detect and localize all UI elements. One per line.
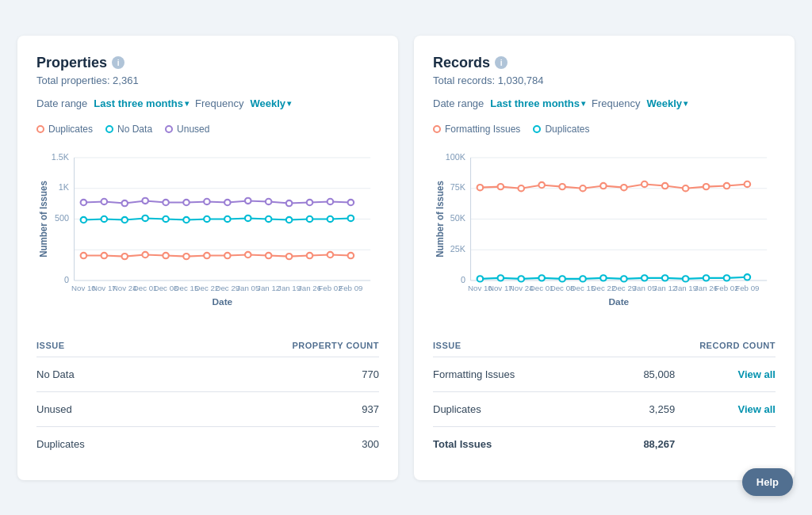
svg-point-120 (703, 275, 710, 280)
legend-dot-duplicates-rec (533, 125, 541, 133)
legend-duplicates-rec: Duplicates (533, 124, 589, 135)
svg-point-50 (286, 216, 293, 222)
svg-point-45 (183, 216, 190, 222)
properties-frequency-value[interactable]: Weekly (250, 97, 291, 109)
records-table-count-header: RECORD COUNT (607, 334, 776, 357)
legend-duplicates: Duplicates (36, 124, 93, 135)
svg-point-31 (183, 253, 190, 258)
svg-point-30 (163, 252, 169, 258)
svg-point-122 (745, 274, 751, 280)
svg-point-34 (245, 251, 251, 257)
records-legend: Formatting Issues Duplicates (433, 124, 776, 135)
properties-table-count-header: PROPERTY COUNT (159, 334, 379, 357)
svg-point-42 (121, 216, 128, 222)
legend-dot-duplicates (36, 125, 44, 133)
records-date-range-label: Date range (433, 97, 484, 109)
legend-label-nodata: No Data (117, 124, 152, 135)
issue-duplicates-count: 300 (159, 426, 379, 461)
records-info-icon[interactable]: i (495, 56, 508, 69)
svg-point-67 (348, 199, 354, 204)
svg-text:Jan 05: Jan 05 (633, 283, 656, 292)
properties-date-range-label: Date range (36, 97, 87, 109)
svg-point-119 (683, 276, 689, 281)
formatting-view-all-button[interactable]: View all (738, 368, 776, 380)
svg-point-121 (724, 275, 730, 280)
svg-point-27 (102, 252, 108, 258)
total-issues-count: 88,267 (607, 426, 675, 461)
legend-dot-unused (165, 125, 173, 133)
svg-text:100K: 100K (446, 151, 465, 161)
legend-unused: Unused (165, 124, 209, 135)
svg-point-35 (266, 252, 272, 258)
svg-point-114 (580, 276, 586, 281)
dashboard: Properties i Total properties: 2,361 Dat… (17, 36, 795, 480)
svg-point-55 (102, 198, 108, 204)
svg-point-58 (163, 199, 169, 204)
properties-card: Properties i Total properties: 2,361 Dat… (17, 36, 398, 480)
records-frequency-value[interactable]: Weekly (646, 97, 688, 109)
records-chart-svg: 100K 75K 50K 25K 0 Number of Issues Nov … (433, 141, 776, 315)
issue-duplicates-rec-label: Duplicates (433, 391, 607, 426)
table-row: Formatting Issues 85,008 View all (433, 357, 776, 391)
records-card: Records i Total records: 1,030,784 Date … (414, 36, 795, 480)
svg-point-66 (327, 198, 334, 204)
legend-label-formatting: Formatting Issues (445, 124, 520, 135)
svg-point-38 (327, 251, 334, 257)
legend-nodata: No Data (105, 124, 152, 135)
records-date-range-value[interactable]: Last three months (490, 97, 585, 109)
svg-point-115 (600, 275, 607, 280)
help-button[interactable]: Help (742, 468, 793, 496)
legend-label-duplicates-rec: Duplicates (545, 124, 589, 135)
svg-point-62 (245, 197, 251, 203)
svg-text:Jan 19: Jan 19 (674, 283, 697, 292)
svg-point-26 (81, 252, 87, 258)
svg-point-60 (204, 198, 210, 204)
svg-point-113 (559, 276, 565, 281)
svg-point-44 (163, 216, 169, 221)
properties-title: Properties i (36, 55, 379, 71)
table-row: No Data 770 (36, 357, 379, 391)
svg-text:Feb 09: Feb 09 (339, 283, 362, 292)
properties-table-issue-header: ISSUE (36, 334, 159, 357)
svg-point-110 (498, 275, 504, 280)
svg-point-59 (183, 199, 190, 204)
svg-text:Jan 19: Jan 19 (278, 283, 301, 292)
svg-point-39 (348, 252, 354, 258)
properties-frequency-label: Frequency (195, 97, 243, 109)
svg-point-53 (348, 215, 354, 220)
svg-text:Jan 12: Jan 12 (653, 283, 676, 292)
properties-chart-svg: 1.5K 1K 500 0 Number of Issues Nov 10 No… (36, 141, 379, 315)
svg-point-102 (621, 185, 627, 190)
records-title-text: Records (433, 55, 490, 71)
svg-point-112 (538, 275, 545, 280)
svg-text:Date: Date (212, 296, 232, 307)
properties-total: Total properties: 2,361 (36, 74, 379, 86)
svg-point-41 (102, 216, 108, 221)
svg-point-96 (498, 183, 504, 189)
duplicates-view-all-button[interactable]: View all (738, 403, 776, 415)
records-chart: 100K 75K 50K 25K 0 Number of Issues Nov … (433, 141, 776, 315)
properties-legend: Duplicates No Data Unused (36, 124, 379, 135)
svg-point-37 (307, 252, 313, 258)
svg-point-40 (81, 216, 87, 222)
svg-point-48 (245, 215, 251, 220)
properties-info-icon[interactable]: i (112, 56, 124, 69)
svg-text:75K: 75K (450, 182, 465, 192)
svg-point-118 (662, 275, 668, 280)
svg-point-32 (204, 252, 210, 258)
issue-nodata-label: No Data (36, 357, 159, 391)
properties-chart: 1.5K 1K 500 0 Number of Issues Nov 10 No… (36, 141, 379, 315)
records-title: Records i (433, 55, 776, 71)
svg-point-46 (204, 216, 210, 221)
properties-table: ISSUE PROPERTY COUNT No Data 770 Unused … (36, 334, 379, 461)
table-row: Unused 937 (36, 391, 379, 426)
svg-point-104 (662, 182, 668, 188)
svg-point-99 (559, 183, 565, 189)
svg-text:Date: Date (608, 296, 629, 307)
properties-date-range-value[interactable]: Last three months (94, 97, 189, 109)
svg-text:0: 0 (461, 274, 465, 284)
svg-point-28 (121, 253, 128, 258)
svg-point-36 (286, 253, 293, 258)
svg-text:1.5K: 1.5K (52, 151, 69, 161)
svg-point-51 (307, 216, 313, 221)
